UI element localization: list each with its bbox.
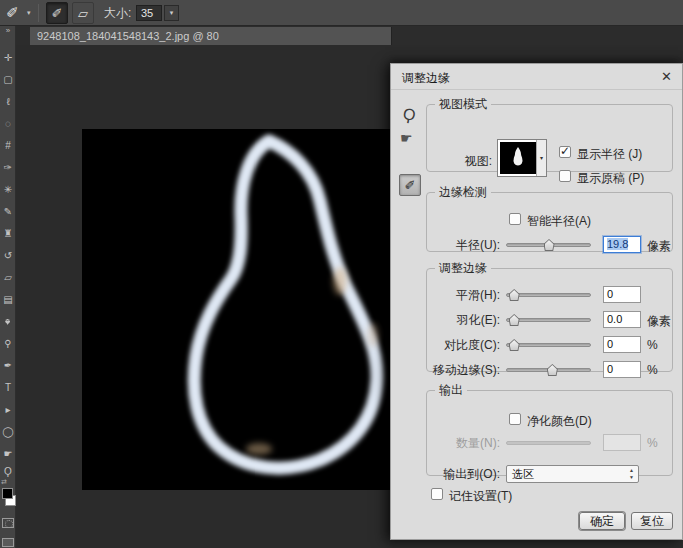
ok-button[interactable]: 确定 xyxy=(579,512,625,530)
shift-edge-label: 移动边缘(S): xyxy=(427,362,500,379)
move-tool[interactable]: ✛ xyxy=(0,50,16,66)
radius-input[interactable]: 19.8 xyxy=(603,236,641,253)
pen-tool-icon: ✒ xyxy=(4,360,12,371)
screen-mode-button[interactable] xyxy=(2,538,14,547)
pear-outline-path xyxy=(194,141,377,468)
lasso-tool-icon: ℓ xyxy=(6,96,9,107)
refine-edge-dialog: 调整边缘 ✕ Ϙ ☛ ✐ 视图模式 视图: ▾ ✓ 显示半径 (J) 显示原稿 … xyxy=(390,63,683,540)
show-radius-checkbox[interactable]: ✓ xyxy=(559,146,571,158)
erase-refinements-tool-button[interactable]: ▱ xyxy=(72,2,94,24)
smart-radius-checkbox[interactable] xyxy=(509,213,521,225)
dropdown-spinner-icon: ▲▼ xyxy=(629,467,634,481)
canvas[interactable] xyxy=(82,129,391,490)
healing-brush-tool-icon: ✳ xyxy=(4,184,12,195)
radius-unit-label: 像素 xyxy=(647,238,671,255)
lasso-tool[interactable]: ℓ xyxy=(0,94,16,110)
view-mode-group: 视图模式 视图: ▾ ✓ 显示半径 (J) 显示原稿 (P) xyxy=(426,96,673,172)
ellipse-shape-tool[interactable]: ◯ xyxy=(0,424,16,440)
tools-panel: » ✛ ▢ ℓ ◌ # ✑ ✳ ✎ ♜ ↺ ▱ ▤ ♠ ⚲ ✒ T ▸ ◯ ☛ … xyxy=(0,26,16,548)
foreground-color-swatch[interactable] xyxy=(2,488,13,499)
radius-slider-thumb[interactable] xyxy=(544,239,555,251)
edge-detection-group: 边缘检测 智能半径(A) 半径(U): 19.8 像素 xyxy=(426,184,673,252)
output-legend: 输出 xyxy=(435,382,467,399)
reset-button[interactable]: 复位 xyxy=(631,512,673,530)
smooth-slider[interactable] xyxy=(506,293,591,297)
feather-slider-thumb[interactable] xyxy=(509,314,520,326)
contrast-slider-thumb[interactable] xyxy=(509,339,520,351)
contrast-slider[interactable] xyxy=(506,343,591,347)
remember-settings-label: 记住设置(T) xyxy=(449,488,512,505)
spot-healing-brush-tool[interactable]: ✳ xyxy=(0,182,16,198)
brush-size-dropdown-arrow-icon[interactable]: ▾ xyxy=(164,5,179,21)
remember-settings-checkbox[interactable] xyxy=(431,488,443,500)
radius-slider[interactable] xyxy=(506,243,591,247)
output-to-dropdown[interactable]: 选区 ▲▼ xyxy=(506,465,639,483)
path-selection-tool[interactable]: ▸ xyxy=(0,402,16,418)
shift-edge-input[interactable]: 0 xyxy=(603,361,641,378)
view-mode-dropdown[interactable]: ▾ xyxy=(497,139,547,177)
dodge-tool[interactable]: ⚲ xyxy=(0,336,16,352)
swap-colors-icon[interactable]: ⇄ xyxy=(1,478,7,486)
brush-preset-icon[interactable]: ✐ xyxy=(6,0,19,26)
shift-edge-slider[interactable] xyxy=(506,368,591,372)
contrast-unit-label: % xyxy=(647,338,658,352)
feather-input[interactable]: 0.0 xyxy=(603,311,641,328)
dialog-refine-radius-tool-button[interactable]: ✐ xyxy=(399,174,421,196)
crop-tool[interactable]: # xyxy=(0,138,16,154)
show-original-checkbox[interactable] xyxy=(559,170,571,182)
radius-label: 半径(U): xyxy=(435,237,500,254)
type-tool-icon: T xyxy=(5,382,11,393)
type-tool[interactable]: T xyxy=(0,380,16,396)
dialog-header[interactable]: 调整边缘 ✕ xyxy=(391,64,682,90)
brush-preset-dropdown-arrow-icon[interactable]: ▾ xyxy=(27,0,31,26)
dodge-tool-icon: ⚲ xyxy=(4,338,11,349)
gradient-tool-icon: ▤ xyxy=(3,294,12,305)
hand-tool[interactable]: ☛ xyxy=(0,446,16,462)
smooth-input[interactable]: 0 xyxy=(603,286,641,303)
gradient-tool[interactable]: ▤ xyxy=(0,292,16,308)
view-dropdown-arrow-icon[interactable]: ▾ xyxy=(536,140,546,176)
dialog-hand-tool-icon[interactable]: ☛ xyxy=(400,130,413,146)
show-radius-label: 显示半径 (J) xyxy=(577,146,642,163)
quick-selection-tool[interactable]: ◌ xyxy=(0,116,16,132)
amount-unit-label: % xyxy=(647,436,658,450)
amount-label: 数量(N): xyxy=(435,435,500,452)
eraser-tool[interactable]: ▱ xyxy=(0,270,16,286)
eyedropper-tool[interactable]: ✑ xyxy=(0,160,16,176)
smooth-slider-thumb[interactable] xyxy=(509,289,520,301)
path-selection-tool-icon: ▸ xyxy=(5,404,10,415)
move-tool-icon: ✛ xyxy=(4,52,12,63)
feather-slider[interactable] xyxy=(506,318,591,322)
view-label: 视图: xyxy=(452,153,492,170)
clone-stamp-tool[interactable]: ♜ xyxy=(0,226,16,242)
decontaminate-colors-checkbox[interactable] xyxy=(509,413,521,425)
brush-tool-icon: ✎ xyxy=(4,206,12,217)
shift-edge-unit-label: % xyxy=(647,363,658,377)
quick-mask-button[interactable] xyxy=(2,518,14,528)
view-thumbnail xyxy=(500,142,536,174)
quick-selection-tool-icon: ◌ xyxy=(5,118,11,129)
eyedropper-tool-icon: ✑ xyxy=(4,162,12,173)
brush-tool[interactable]: ✎ xyxy=(0,204,16,220)
erase-refinements-icon: ▱ xyxy=(78,6,88,21)
document-tab[interactable]: 9248108_184041548143_2.jpg @ 80 xyxy=(30,27,392,45)
blur-tool[interactable]: ♠ xyxy=(0,314,16,330)
contrast-label: 对比度(C): xyxy=(435,337,500,354)
document-tab-bar: 9248108_184041548143_2.jpg @ 80 xyxy=(16,26,683,45)
history-brush-tool[interactable]: ↺ xyxy=(0,248,16,264)
shift-edge-slider-thumb[interactable] xyxy=(547,364,558,376)
dialog-zoom-tool-icon[interactable]: Ϙ xyxy=(402,105,417,125)
brush-size-input[interactable]: 35 xyxy=(136,5,162,21)
pen-tool[interactable]: ✒ xyxy=(0,358,16,374)
output-to-value: 选区 xyxy=(512,468,534,480)
brush-size-label: 大小: xyxy=(104,0,131,26)
refine-radius-tool-button[interactable]: ✐ xyxy=(46,2,68,24)
close-icon[interactable]: ✕ xyxy=(661,69,672,84)
edge-detection-legend: 边缘检测 xyxy=(435,184,491,201)
contrast-input[interactable]: 0 xyxy=(603,336,641,353)
output-to-label: 输出到(O): xyxy=(427,466,500,483)
toolbar-collapse-icon[interactable]: » xyxy=(0,26,16,35)
smart-radius-label: 智能半径(A) xyxy=(527,213,591,230)
output-group: 输出 净化颜色(D) 数量(N): % 输出到(O): 选区 ▲▼ xyxy=(426,382,673,476)
rectangular-marquee-tool[interactable]: ▢ xyxy=(0,72,16,88)
